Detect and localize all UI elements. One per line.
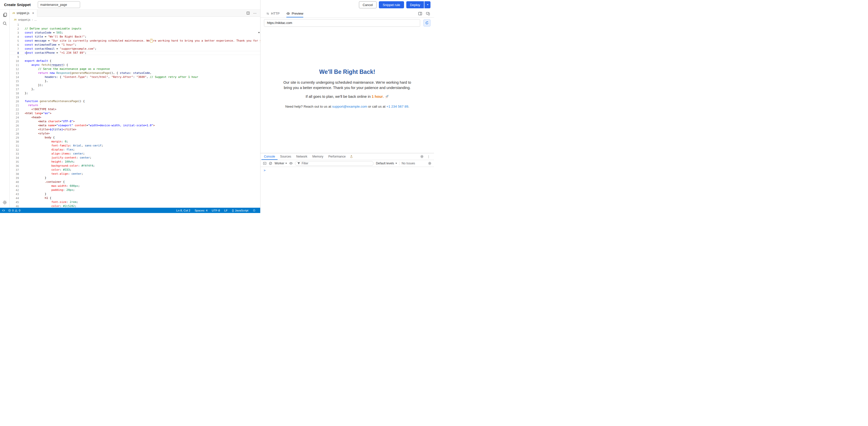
tab-snippet-js[interactable]: JS snippet.js ×: [9, 9, 37, 17]
log-levels-selector[interactable]: Default levels: [376, 162, 397, 165]
line-number[interactable]: 39: [9, 176, 19, 180]
line-number[interactable]: 1: [9, 23, 19, 27]
line-number[interactable]: 8: [9, 51, 19, 55]
line-number[interactable]: 34: [9, 156, 19, 160]
problems-indicator[interactable]: 0 0: [8, 209, 21, 212]
support-email-link[interactable]: support@example.com: [332, 105, 367, 108]
console-sidebar-toggle-icon[interactable]: [263, 162, 267, 165]
line-number[interactable]: 12: [9, 67, 19, 71]
line-number[interactable]: 15: [9, 79, 19, 83]
line-number[interactable]: 33: [9, 152, 19, 156]
code-line-10[interactable]: 10export default {: [9, 59, 260, 63]
code-line-17[interactable]: 17 },: [9, 87, 260, 91]
line-number[interactable]: 18: [9, 91, 19, 95]
line-number[interactable]: 32: [9, 148, 19, 152]
line-number[interactable]: 29: [9, 136, 19, 140]
line-number[interactable]: 7: [9, 47, 19, 51]
line-number[interactable]: 2: [9, 27, 19, 31]
line-number[interactable]: 21: [9, 103, 19, 107]
tab-http[interactable]: HTTP: [266, 9, 280, 18]
panel-layout-icon[interactable]: [418, 11, 422, 16]
line-number[interactable]: 14: [9, 75, 19, 79]
code-line-16[interactable]: 16 });: [9, 83, 260, 87]
code-line-39[interactable]: 39 }: [9, 176, 260, 180]
split-editor-icon[interactable]: [246, 11, 250, 15]
code-line-30[interactable]: 30 margin: 0;: [9, 140, 260, 144]
deploy-dropdown-button[interactable]: [425, 1, 431, 8]
code-line-24[interactable]: 24 <head>: [9, 115, 260, 119]
code-line-7[interactable]: 7const contactEmail = "support@example.c…: [9, 47, 260, 51]
line-number[interactable]: 24: [9, 115, 19, 119]
line-number[interactable]: 27: [9, 127, 19, 132]
line-number[interactable]: 42: [9, 188, 19, 192]
line-number[interactable]: 28: [9, 132, 19, 136]
encoding-setting[interactable]: UTF-8: [212, 209, 220, 212]
code-line-46[interactable]: 46 color: #2c5282;: [9, 204, 260, 208]
code-line-44[interactable]: 44 h1 {: [9, 196, 260, 200]
code-line-41[interactable]: 41 max-width: 600px;: [9, 184, 260, 188]
console-context-selector[interactable]: Worker: [275, 162, 287, 165]
phone-link[interactable]: +1 234 567 89: [386, 105, 408, 108]
code-line-4[interactable]: 4const title = "We'll Be Right Back!";: [9, 35, 260, 39]
devtools-settings-gear-icon[interactable]: [420, 155, 424, 158]
code-line-34[interactable]: 34 justify-content: center;: [9, 156, 260, 160]
code-line-14[interactable]: 14 headers: { "Content-Type": "text/html…: [9, 75, 260, 79]
code-line-35[interactable]: 35 height: 100vh;: [9, 160, 260, 164]
code-line-1[interactable]: 1: [9, 23, 260, 27]
line-number[interactable]: 36: [9, 164, 19, 168]
line-number[interactable]: 43: [9, 192, 19, 196]
line-number[interactable]: 25: [9, 119, 19, 123]
clear-console-icon[interactable]: [269, 162, 272, 165]
code-line-27[interactable]: 27 <title>${title}</title>: [9, 127, 260, 132]
code-line-31[interactable]: 31 font-family: Arial, sans-serif;: [9, 144, 260, 148]
line-number[interactable]: 44: [9, 196, 19, 200]
tab-preview[interactable]: Preview: [286, 9, 303, 18]
line-number[interactable]: 19: [9, 95, 19, 99]
tab-sources[interactable]: Sources: [278, 153, 294, 160]
line-number[interactable]: 4: [9, 35, 19, 39]
snippet-rule-button[interactable]: Snippet rule: [379, 1, 404, 8]
code-line-40[interactable]: 40 .container {: [9, 180, 260, 184]
editor-more-actions-icon[interactable]: ⋯: [253, 11, 257, 15]
code-line-13[interactable]: 13 return new Response(generateMaintenan…: [9, 71, 260, 75]
line-number[interactable]: 5: [9, 39, 19, 43]
code-line-8[interactable]: 8const contactPhone = "+1 234 567 89";: [9, 51, 260, 55]
line-number[interactable]: 9: [9, 55, 19, 59]
code-line-32[interactable]: 32 display: flex;: [9, 148, 260, 152]
code-line-36[interactable]: 36 background-color: #f4f4f4;: [9, 164, 260, 168]
refresh-button[interactable]: [424, 20, 431, 26]
code-line-2[interactable]: 2// Define your customizable inputs: [9, 27, 260, 31]
code-line-3[interactable]: 3const statusCode = 503;: [9, 31, 260, 35]
tab-performance[interactable]: Performance: [326, 153, 348, 160]
line-number[interactable]: 22: [9, 107, 19, 111]
line-number[interactable]: 41: [9, 184, 19, 188]
console-pane[interactable]: >: [260, 167, 434, 213]
device-toolbar-icon[interactable]: [426, 11, 430, 16]
code-line-20[interactable]: 20function generateMaintenancePage() {: [9, 99, 260, 103]
code-line-42[interactable]: 42 padding: 20px;: [9, 188, 260, 192]
code-line-11[interactable]: 11 async fetch(request) {: [9, 63, 260, 67]
live-expression-eye-icon[interactable]: [289, 162, 293, 165]
remote-indicator[interactable]: [2, 209, 5, 212]
code-line-33[interactable]: 33 align-items: center;: [9, 152, 260, 156]
tab-console[interactable]: Console: [261, 153, 278, 160]
line-number[interactable]: 23: [9, 111, 19, 115]
code-line-23[interactable]: 23<html lang="en">: [9, 111, 260, 115]
line-number[interactable]: 40: [9, 180, 19, 184]
performance-flask-icon[interactable]: [348, 153, 355, 160]
line-number[interactable]: 37: [9, 168, 19, 172]
code-line-43[interactable]: 43 }: [9, 192, 260, 196]
issues-counter[interactable]: No Issues: [402, 162, 415, 165]
code-line-18[interactable]: 18};: [9, 91, 260, 95]
line-number[interactable]: 3: [9, 31, 19, 35]
code-editor[interactable]: 12// Define your customizable inputs3con…: [9, 23, 260, 208]
code-line-25[interactable]: 25 <meta charset="UTF-8">: [9, 119, 260, 123]
code-line-29[interactable]: 29 body {: [9, 136, 260, 140]
line-number[interactable]: 30: [9, 140, 19, 144]
tab-memory[interactable]: Memory: [310, 153, 326, 160]
line-number[interactable]: 6: [9, 43, 19, 47]
line-number[interactable]: 20: [9, 99, 19, 103]
devtools-menu-icon[interactable]: ⋮: [427, 155, 430, 158]
preview-url-input[interactable]: [264, 19, 420, 27]
tab-network[interactable]: Network: [294, 153, 310, 160]
